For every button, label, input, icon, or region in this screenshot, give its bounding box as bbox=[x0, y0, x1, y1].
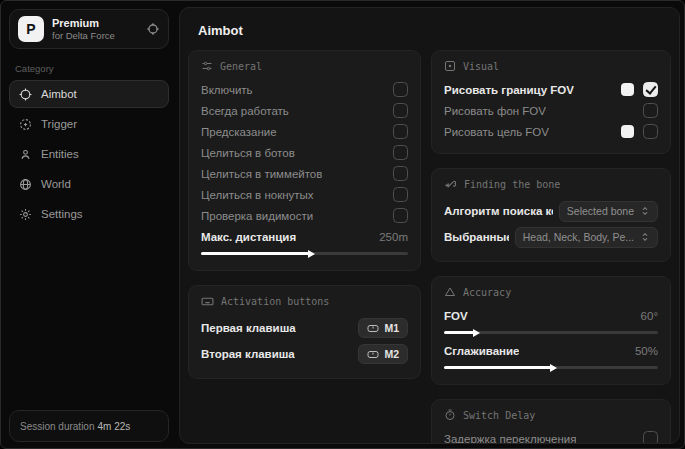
toggle-row: Задержка переключения bbox=[444, 428, 658, 444]
session-label: Session duration bbox=[20, 421, 95, 432]
checkbox-switch-delay[interactable] bbox=[643, 431, 658, 444]
sidebar-item-label: Aimbot bbox=[41, 88, 77, 100]
sidebar: P Premium for Delta Force Category Aimbo… bbox=[1, 1, 177, 449]
main-panel: Aimbot General Включить Всегда работать bbox=[179, 7, 680, 444]
toggle-row: Включить bbox=[201, 79, 408, 100]
keybind-label: Первая клавиша bbox=[201, 322, 296, 334]
smoothing-slider[interactable] bbox=[444, 366, 658, 369]
unload-icon[interactable] bbox=[146, 22, 160, 36]
premium-subtitle: for Delta Force bbox=[52, 30, 138, 41]
visual-row: Рисовать цель FOV bbox=[444, 121, 658, 142]
slider-fill bbox=[444, 331, 474, 334]
panel-general: General Включить Всегда работать Предска… bbox=[188, 50, 421, 271]
sidebar-nav: Aimbot Trigger Entities World Settings bbox=[9, 80, 169, 228]
slider-row: Сглаживание 50% bbox=[444, 340, 658, 361]
toggle-row: Целиться в нокнутых bbox=[201, 184, 408, 205]
app-logo: P bbox=[18, 16, 44, 42]
toggle-row: Всегда работать bbox=[201, 100, 408, 121]
fov-slider[interactable] bbox=[444, 331, 658, 334]
slider-label: Макс. дистанция bbox=[201, 231, 296, 243]
sidebar-item-entities[interactable]: Entities bbox=[9, 140, 169, 168]
keybind-label: Вторая клавиша bbox=[201, 348, 295, 360]
checkbox-target-teammates[interactable] bbox=[393, 166, 408, 181]
toggle-label: Целиться в тиммейтов bbox=[201, 168, 322, 180]
visual-label: Рисовать фон FOV bbox=[444, 105, 546, 117]
session-value: 4m 22s bbox=[98, 421, 131, 432]
bone-algorithm-select[interactable]: Selected bone bbox=[559, 201, 658, 222]
checkbox-prediction[interactable] bbox=[393, 124, 408, 139]
slider-value: 50% bbox=[635, 345, 658, 357]
sidebar-item-trigger[interactable]: Trigger bbox=[9, 110, 169, 138]
dropdown-label: Выбранные кос bbox=[444, 231, 509, 243]
slider-fill bbox=[444, 366, 551, 369]
sliders-icon bbox=[201, 60, 213, 72]
max-distance-slider[interactable] bbox=[201, 252, 408, 255]
checkbox-draw-fov-background[interactable] bbox=[643, 103, 658, 118]
stopwatch-icon bbox=[444, 409, 456, 421]
selected-bones-select[interactable]: Head, Neck, Body, Pe... bbox=[515, 227, 658, 248]
panel-title: Accuracy bbox=[463, 287, 511, 298]
chevrons-up-down-icon bbox=[640, 232, 650, 242]
checkbox-draw-fov-target[interactable] bbox=[643, 124, 658, 139]
toggle-row: Проверка видимости bbox=[201, 205, 408, 226]
chevrons-up-down-icon bbox=[640, 206, 650, 216]
toggle-label: Задержка переключения bbox=[444, 433, 576, 445]
slider-row: Макс. дистанция 250m bbox=[201, 226, 408, 247]
slider-label: Сглаживание bbox=[444, 345, 519, 357]
panel-switch-delay: Switch Delay Задержка переключения Задер… bbox=[431, 399, 671, 444]
entities-icon bbox=[19, 148, 32, 161]
toggle-row: Предсказание bbox=[201, 121, 408, 142]
category-label: Category bbox=[15, 63, 169, 74]
gear-icon bbox=[19, 208, 32, 221]
slider-value: 250m bbox=[379, 231, 408, 243]
sidebar-item-label: Trigger bbox=[41, 118, 77, 130]
panel-title: Visual bbox=[463, 61, 499, 72]
globe-icon bbox=[19, 178, 32, 191]
visual-label: Рисовать границу FOV bbox=[444, 84, 574, 96]
premium-title: Premium bbox=[52, 17, 138, 30]
checkbox-target-knocked[interactable] bbox=[393, 187, 408, 202]
visual-label: Рисовать цель FOV bbox=[444, 126, 549, 138]
keyboard-icon bbox=[201, 295, 214, 308]
sidebar-item-aimbot[interactable]: Aimbot bbox=[9, 80, 169, 108]
keybind-value: M1 bbox=[384, 322, 399, 334]
sidebar-item-label: World bbox=[41, 178, 71, 190]
panel-title: General bbox=[220, 61, 262, 72]
slider-fill bbox=[201, 252, 309, 255]
visual-icon bbox=[444, 60, 456, 72]
fov-target-color-swatch[interactable] bbox=[621, 125, 634, 138]
panel-finding-bone: Finding the bone Алгоритм поиска кост Se… bbox=[431, 168, 671, 262]
checkbox-target-bots[interactable] bbox=[393, 145, 408, 160]
panel-accuracy: Accuracy FOV 60° Сглаживание 50% bbox=[431, 276, 671, 385]
checkbox-draw-fov-border[interactable] bbox=[643, 82, 658, 97]
sidebar-item-settings[interactable]: Settings bbox=[9, 200, 169, 228]
mouse-icon bbox=[367, 350, 379, 359]
checkbox-enable[interactable] bbox=[393, 82, 408, 97]
trigger-icon bbox=[19, 118, 32, 131]
dropdown-row: Алгоритм поиска кост Selected bone bbox=[444, 198, 658, 224]
keybind-row: Вторая клавиша M2 bbox=[201, 341, 408, 367]
toggle-row: Целиться в тиммейтов bbox=[201, 163, 408, 184]
checkbox-visibility-check[interactable] bbox=[393, 208, 408, 223]
keybind-row: Первая клавиша M1 bbox=[201, 315, 408, 341]
panel-title: Switch Delay bbox=[463, 410, 535, 421]
page-title: Aimbot bbox=[180, 8, 679, 50]
fov-border-color-swatch[interactable] bbox=[621, 83, 634, 96]
toggle-label: Проверка видимости bbox=[201, 210, 313, 222]
checkbox-always-work[interactable] bbox=[393, 103, 408, 118]
slider-label: FOV bbox=[444, 310, 468, 322]
first-key-button[interactable]: M1 bbox=[358, 318, 408, 338]
visual-row: Рисовать границу FOV bbox=[444, 79, 658, 100]
panel-title: Finding the bone bbox=[464, 179, 560, 190]
session-duration: Session duration4m 22s bbox=[9, 410, 169, 442]
sidebar-item-world[interactable]: World bbox=[9, 170, 169, 198]
sidebar-item-label: Settings bbox=[41, 208, 83, 220]
panel-activation-buttons: Activation buttons Первая клавиша M1 Вто… bbox=[188, 285, 421, 379]
toggle-label: Всегда работать bbox=[201, 105, 289, 117]
crosshair-icon bbox=[19, 88, 32, 101]
premium-card: P Premium for Delta Force bbox=[9, 9, 169, 49]
slider-row: FOV 60° bbox=[444, 305, 658, 326]
premium-text: Premium for Delta Force bbox=[52, 17, 138, 42]
second-key-button[interactable]: M2 bbox=[358, 344, 408, 364]
panel-visual: Visual Рисовать границу FOV Рисовать фон… bbox=[431, 50, 671, 154]
